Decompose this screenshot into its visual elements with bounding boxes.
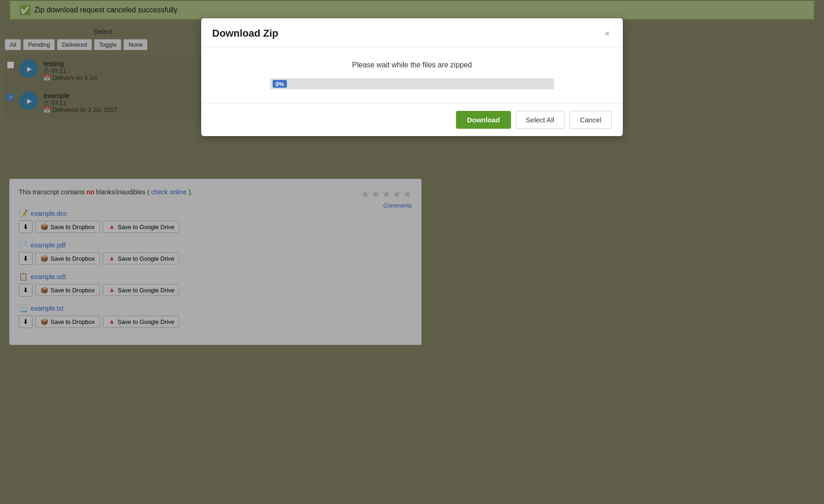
progress-bar-container: 0% <box>270 78 554 89</box>
progress-label: 0% <box>273 80 287 88</box>
modal-body: Please wait while the files are zipped 0… <box>201 47 623 103</box>
modal-wait-text: Please wait while the files are zipped <box>212 61 612 69</box>
page-background: ✅ Zip download request canceled successf… <box>0 0 824 504</box>
modal-footer: Download Select All Cancel <box>201 103 623 136</box>
select-all-modal-button[interactable]: Select All <box>516 111 565 129</box>
cancel-button[interactable]: Cancel <box>569 111 612 129</box>
download-button[interactable]: Download <box>456 111 511 129</box>
modal-overlay: Download Zip × Please wait while the fil… <box>0 0 824 504</box>
modal-header: Download Zip × <box>201 18 623 47</box>
download-zip-modal: Download Zip × Please wait while the fil… <box>201 18 623 136</box>
modal-title: Download Zip <box>212 27 278 39</box>
modal-close-button[interactable]: × <box>603 28 612 39</box>
